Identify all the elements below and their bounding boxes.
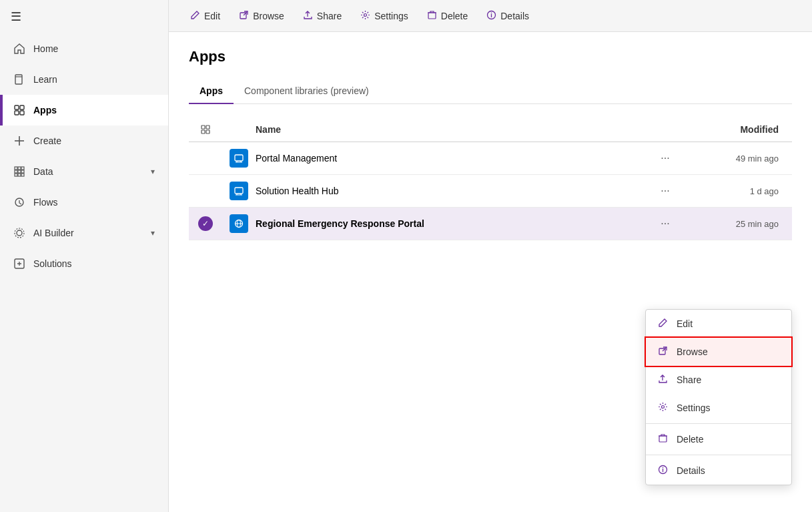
row1-dots[interactable]: ··· [645, 151, 685, 166]
svg-point-19 [15, 228, 24, 238]
svg-rect-33 [235, 155, 243, 161]
row3-dots[interactable]: ··· [645, 216, 685, 231]
sidebar-item-create[interactable]: Create [0, 125, 168, 156]
row2-dots[interactable]: ··· [645, 184, 685, 198]
svg-rect-41 [659, 436, 667, 442]
svg-rect-0 [15, 75, 22, 84]
edit-icon [190, 10, 200, 22]
svg-rect-3 [20, 105, 24, 109]
header-modified: Modified [685, 124, 792, 135]
share-button[interactable]: Share [295, 6, 350, 26]
svg-rect-14 [15, 174, 17, 176]
menu-browse-icon [657, 346, 669, 358]
details-button[interactable]: Details [478, 6, 537, 26]
solutions-icon [13, 258, 25, 270]
app-icon [230, 149, 248, 168]
apps-table: Name Modified Portal Management [189, 117, 792, 240]
sidebar-item-apps[interactable]: Apps [0, 95, 168, 125]
svg-rect-8 [15, 167, 17, 170]
settings-icon [360, 10, 370, 22]
app-icon [230, 214, 248, 233]
sidebar: ☰ Home Learn Apps Create [0, 0, 169, 512]
row3-context-menu-trigger[interactable]: ··· [655, 216, 675, 231]
settings-label: Settings [374, 11, 408, 21]
row3-icon [222, 214, 256, 233]
svg-rect-16 [21, 174, 24, 176]
row2-icon [222, 182, 256, 200]
browse-button[interactable]: Browse [231, 6, 292, 26]
sidebar-item-data[interactable]: Data ▾ [0, 156, 168, 187]
flows-icon [13, 196, 25, 208]
page-title: Apps [189, 48, 792, 65]
menu-settings-icon [657, 402, 669, 414]
create-icon [13, 135, 25, 147]
sidebar-item-label-create: Create [33, 136, 61, 146]
share-icon [303, 10, 313, 22]
delete-icon [427, 10, 437, 22]
sidebar-item-learn[interactable]: Learn [0, 64, 168, 95]
menu-item-share[interactable]: Share [646, 366, 791, 394]
svg-rect-24 [428, 13, 436, 19]
svg-rect-10 [21, 167, 24, 170]
menu-divider [646, 455, 791, 455]
sidebar-item-flows[interactable]: Flows [0, 187, 168, 218]
menu-item-delete[interactable]: Delete [646, 425, 791, 453]
main-content: Edit Browse Share Settings Delete [169, 0, 812, 512]
row3-check: ✓ [189, 216, 222, 231]
svg-rect-12 [18, 170, 21, 173]
apps-icon [13, 104, 25, 116]
menu-delete-icon [657, 433, 669, 445]
row2-context-menu-trigger[interactable]: ··· [655, 184, 675, 198]
sidebar-item-label-learn: Learn [33, 74, 57, 85]
svg-rect-32 [206, 130, 210, 134]
row1-modified: 49 min ago [685, 153, 792, 164]
menu-item-edit[interactable]: Edit [646, 310, 791, 338]
data-chevron-icon: ▾ [151, 167, 155, 176]
delete-button[interactable]: Delete [419, 6, 476, 26]
menu-item-browse[interactable]: Browse [646, 338, 791, 366]
delete-label: Delete [441, 11, 468, 21]
tabs: Apps Component libraries (preview) [189, 79, 792, 104]
details-label: Details [500, 11, 529, 21]
settings-button[interactable]: Settings [352, 6, 416, 26]
menu-divider [646, 423, 791, 424]
hamburger-icon[interactable]: ☰ [11, 9, 21, 24]
svg-rect-4 [15, 111, 19, 115]
menu-details-label: Details [677, 465, 705, 476]
tab-component-libraries[interactable]: Component libraries (preview) [234, 79, 380, 104]
svg-rect-13 [21, 170, 24, 173]
edit-label: Edit [204, 11, 220, 21]
share-label: Share [317, 11, 342, 21]
edit-button[interactable]: Edit [182, 6, 228, 26]
menu-delete-label: Delete [677, 434, 703, 445]
sidebar-item-label-ai-builder: AI Builder [33, 228, 74, 238]
svg-rect-31 [201, 130, 205, 134]
svg-rect-5 [20, 111, 24, 115]
sidebar-item-home[interactable]: Home [0, 33, 168, 64]
sidebar-item-label-flows: Flows [33, 197, 58, 208]
row1-context-menu-trigger[interactable]: ··· [655, 151, 675, 166]
sidebar-item-ai-builder[interactable]: AI Builder ▾ [0, 218, 168, 248]
sidebar-item-label-apps: Apps [33, 105, 57, 115]
svg-line-22 [244, 11, 248, 15]
menu-settings-label: Settings [677, 403, 711, 413]
header-name: Name [256, 124, 645, 135]
data-icon [13, 166, 25, 178]
menu-item-details[interactable]: Details [646, 457, 791, 485]
home-icon [13, 43, 25, 55]
svg-line-39 [663, 347, 667, 351]
table-row[interactable]: Solution Health Hub ··· 1 d ago [189, 175, 792, 208]
row1-name: Portal Management [256, 153, 645, 164]
ai-builder-icon [13, 227, 25, 239]
table-row[interactable]: ✓ Regional Emergency Response Portal [189, 208, 792, 240]
table-row[interactable]: Portal Management ··· 49 min ago [189, 142, 792, 175]
menu-item-settings[interactable]: Settings [646, 394, 791, 422]
header-check-col [189, 124, 222, 135]
tab-apps[interactable]: Apps [189, 79, 234, 104]
svg-point-45 [662, 467, 663, 469]
sidebar-item-solutions[interactable]: Solutions [0, 248, 168, 279]
selected-check-icon: ✓ [198, 216, 213, 231]
browse-icon [239, 10, 249, 22]
svg-point-28 [491, 12, 492, 13]
context-menu: Edit Browse Share Settings [645, 309, 792, 485]
